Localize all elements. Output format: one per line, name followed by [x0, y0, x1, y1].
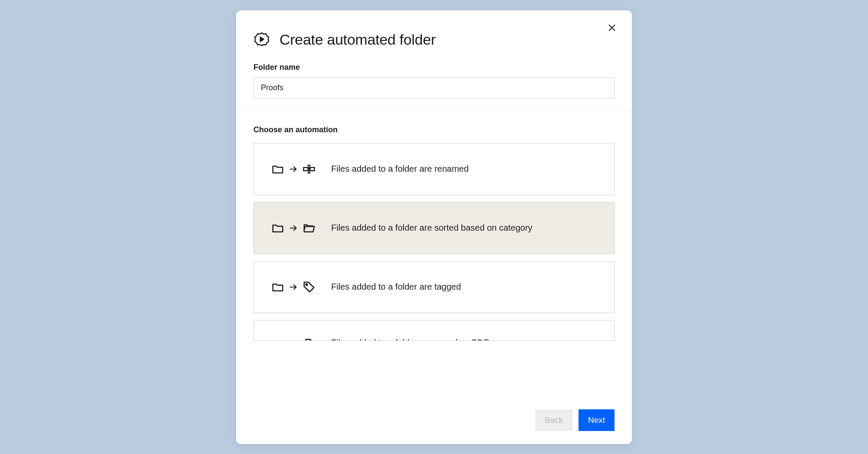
folder-name-input[interactable] [253, 77, 615, 99]
close-button[interactable] [606, 22, 618, 34]
automation-option-tag[interactable]: Files added to a folder are tagged [253, 261, 615, 313]
modal-header: Create automated folder Folder name [236, 10, 632, 111]
svg-rect-3 [304, 167, 308, 171]
svg-point-10 [306, 284, 308, 285]
arrow-right-icon [289, 340, 298, 341]
option-label: Files added to a folder are renamed [331, 164, 469, 174]
file-icon [302, 338, 316, 341]
option-icons [271, 222, 316, 235]
svg-rect-4 [310, 167, 315, 171]
rename-icon [302, 163, 316, 176]
automation-option-sort[interactable]: Files added to a folder are sorted based… [253, 202, 615, 254]
modal-title: Create automated folder [279, 31, 436, 48]
option-label: Files added to a folder are saved as PDF [331, 338, 489, 341]
folder-open-icon [302, 222, 316, 235]
arrow-right-icon [289, 164, 298, 174]
option-label: Files added to a folder are sorted based… [331, 223, 533, 233]
automation-option-rename[interactable]: Files added to a folder are renamed [253, 143, 615, 195]
next-button[interactable]: Next [579, 409, 615, 431]
automation-options: Files added to a folder are renamed File… [253, 143, 615, 341]
option-label: Files added to a folder are tagged [331, 282, 461, 292]
option-icons [271, 338, 316, 341]
gear-play-icon [253, 31, 270, 48]
folder-icon [271, 338, 284, 341]
option-icons [271, 163, 316, 176]
folder-icon [271, 163, 284, 176]
arrow-right-icon [289, 223, 298, 233]
title-row: Create automated folder [253, 31, 615, 48]
option-icons [271, 281, 316, 294]
folder-name-label: Folder name [253, 63, 615, 72]
modal-body: Choose an automation [236, 111, 632, 399]
tag-icon [302, 281, 316, 294]
arrow-right-icon [289, 282, 298, 292]
automation-option-pdf[interactable]: Files added to a folder are saved as PDF [253, 320, 615, 341]
modal-footer: Back Next [236, 399, 632, 444]
back-button[interactable]: Back [535, 409, 572, 431]
automation-section-label: Choose an automation [253, 125, 615, 134]
create-automated-folder-modal: Create automated folder Folder name Choo… [236, 10, 632, 444]
close-icon [607, 23, 617, 33]
folder-icon [271, 222, 284, 235]
folder-icon [271, 281, 284, 294]
